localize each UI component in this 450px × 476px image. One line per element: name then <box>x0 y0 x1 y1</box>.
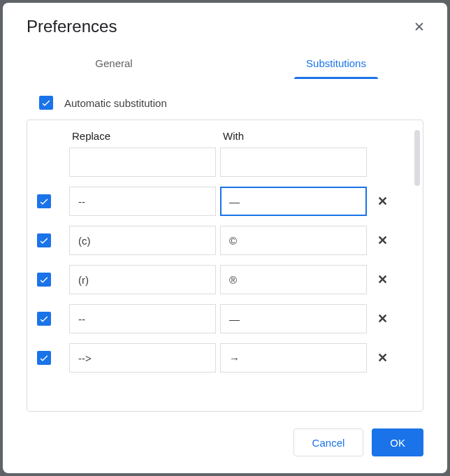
x-icon: ✕ <box>377 272 388 287</box>
table-headers: Replace With <box>37 130 417 142</box>
tabs: General Substitutions <box>3 49 447 79</box>
tab-general[interactable]: General <box>3 49 225 79</box>
replace-input[interactable] <box>69 226 216 255</box>
row-checkbox[interactable] <box>37 273 51 287</box>
x-icon: ✕ <box>377 233 388 248</box>
column-header-replace: Replace <box>69 130 216 142</box>
table-rows: ✕✕✕✕✕ <box>37 147 417 373</box>
with-input[interactable] <box>220 187 367 216</box>
with-input[interactable] <box>220 265 367 294</box>
delete-row-button[interactable]: ✕ <box>371 229 393 252</box>
x-icon: ✕ <box>377 311 388 326</box>
dialog-footer: Cancel OK <box>3 412 447 473</box>
delete-row-button[interactable]: ✕ <box>371 308 393 330</box>
check-icon <box>38 313 50 324</box>
auto-substitution-label: Automatic substitution <box>64 97 167 109</box>
dialog-header: Preferences ✕ <box>3 3 447 36</box>
auto-substitution-checkbox[interactable] <box>39 96 53 110</box>
table-row: ✕ <box>37 304 417 333</box>
tab-substitutions[interactable]: Substitutions <box>225 49 447 79</box>
with-input[interactable] <box>220 304 367 333</box>
x-icon: ✕ <box>377 350 388 366</box>
with-input[interactable] <box>220 226 367 255</box>
auto-substitution-row: Automatic substitution <box>39 96 423 110</box>
replace-input[interactable] <box>69 187 216 216</box>
dialog-title: Preferences <box>27 17 117 36</box>
scrollbar[interactable] <box>414 130 420 186</box>
substitutions-table: Replace With ✕✕✕✕✕ <box>27 120 423 412</box>
table-row <box>37 147 417 177</box>
replace-input[interactable] <box>69 265 216 294</box>
replace-input[interactable] <box>69 304 216 333</box>
check-icon <box>38 352 50 363</box>
table-row: ✕ <box>37 187 417 216</box>
delete-row-button[interactable]: ✕ <box>371 190 393 212</box>
row-checkbox[interactable] <box>37 194 51 208</box>
column-header-with: With <box>220 130 367 142</box>
table-row: ✕ <box>37 226 417 255</box>
row-checkbox[interactable] <box>37 351 51 365</box>
preferences-dialog: Preferences ✕ General Substitutions Auto… <box>3 3 447 473</box>
replace-input[interactable] <box>69 343 216 373</box>
delete-row-button[interactable]: ✕ <box>371 347 393 369</box>
close-icon: ✕ <box>414 19 425 35</box>
check-icon <box>38 235 50 246</box>
delete-row-button[interactable]: ✕ <box>371 268 393 291</box>
tab-content: Automatic substitution Replace With ✕✕✕✕… <box>3 79 447 412</box>
x-icon: ✕ <box>377 194 388 209</box>
check-icon <box>41 97 52 108</box>
table-row: ✕ <box>37 265 417 294</box>
cancel-button[interactable]: Cancel <box>293 428 364 456</box>
table-row: ✕ <box>37 343 417 373</box>
check-icon <box>38 274 50 285</box>
check-icon <box>38 196 50 207</box>
with-input[interactable] <box>220 343 367 373</box>
close-button[interactable]: ✕ <box>411 18 428 35</box>
replace-input[interactable] <box>69 147 216 177</box>
row-checkbox[interactable] <box>37 312 51 326</box>
with-input[interactable] <box>220 147 367 177</box>
row-checkbox[interactable] <box>37 233 51 247</box>
ok-button[interactable]: OK <box>372 428 423 456</box>
